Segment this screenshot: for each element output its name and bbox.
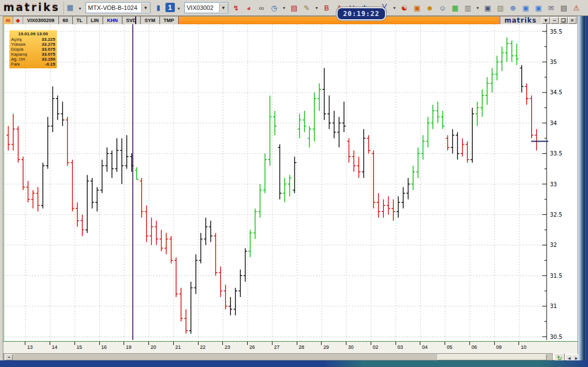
tools-icon[interactable]: ▣ — [411, 2, 423, 14]
save-dropdown-icon[interactable]: ▾ — [77, 3, 83, 14]
symbol-combobox-value: VIX03002 — [187, 4, 213, 11]
right-docked-bar[interactable] — [578, 16, 586, 360]
x-axis-label: 28 — [299, 344, 304, 350]
tab-khn[interactable]: KHN — [103, 17, 122, 24]
clock-time: 20:19:22 — [343, 10, 379, 18]
info-row: Düşük33.075 — [11, 47, 55, 52]
svg-text:31.5: 31.5 — [550, 273, 562, 279]
tab-tmp[interactable]: TMP — [160, 17, 179, 24]
x-axis-tick — [173, 342, 174, 345]
bold-icon[interactable]: B — [321, 2, 333, 14]
scrollbar-thumb[interactable] — [437, 354, 547, 360]
right-window-frame — [586, 16, 588, 367]
minimize-icon[interactable]: − — [550, 17, 559, 24]
save-icon[interactable]: ▦ — [65, 2, 76, 13]
x-axis-label: 06 — [472, 344, 477, 350]
x-axis-label: 22 — [200, 344, 206, 350]
mail-icon[interactable]: ✉ — [546, 2, 557, 14]
x-axis-tick — [346, 342, 346, 345]
restore-icon[interactable]: ❏ — [559, 17, 568, 24]
ohlc-chart[interactable]: 35.53534.53433.53332.53231.53130.5 — [4, 24, 578, 340]
info-row: Fark-0.15 — [11, 62, 55, 67]
person-icon[interactable]: ☺ — [437, 2, 448, 14]
image-icon[interactable]: ▧ — [495, 2, 506, 14]
globe-icon[interactable]: ⊕ — [507, 2, 519, 14]
tab-sym[interactable]: SYM — [141, 17, 160, 24]
window-blue2-icon[interactable]: ▣ — [533, 2, 544, 14]
people-icon[interactable]: ☻ — [424, 2, 436, 14]
info-row: Açılış33.225 — [11, 37, 55, 42]
x-axis-label: 19 — [126, 344, 131, 350]
info-row: Ağ. Ort33.159 — [11, 57, 55, 62]
chart-style-icon[interactable]: ▥ — [462, 2, 474, 14]
draw-tool-dropdown-icon[interactable]: ▾ — [314, 2, 320, 14]
clock-dropdown-icon[interactable]: ▾ — [281, 2, 287, 14]
pie-chart-icon[interactable]: ◕ — [243, 2, 255, 14]
x-axis-label: 27 — [274, 344, 280, 350]
database-icon[interactable]: ▤ — [288, 2, 300, 14]
x-axis-tick — [124, 342, 124, 345]
info-box-date: 19.01.09 13:00 — [11, 31, 55, 36]
template-combobox[interactable]: MTX-VOB-B-1024 ▼ — [85, 2, 151, 13]
svg-text:32: 32 — [550, 242, 557, 248]
clock-icon[interactable]: ◷ — [269, 2, 280, 14]
x-axis-tick — [321, 342, 322, 345]
svg-text:31: 31 — [550, 303, 557, 309]
draw-tool-icon[interactable]: ✎ — [301, 2, 313, 14]
main-toolbar: matriks ▦▾ MTX-VOB-B-1024 ▼ ▮1▾ VIX03002… — [0, 0, 588, 16]
symbol-combobox[interactable]: VIX03002 ▼ — [184, 2, 228, 13]
svg-text:33.5: 33.5 — [550, 150, 562, 156]
cascade-windows-icon[interactable]: ▣ — [482, 2, 494, 14]
tab-tl[interactable]: TL — [73, 17, 87, 24]
x-axis-tick — [272, 342, 272, 345]
x-axis-label: 13 — [27, 344, 33, 350]
tab-svd[interactable]: SVD — [122, 17, 141, 24]
tab-60[interactable]: 60 — [59, 17, 73, 24]
chart-type-icon[interactable]: ◆ — [13, 17, 23, 24]
clock-popup: 20:19:22 — [336, 7, 386, 20]
x-axis-label: 23 — [224, 344, 230, 350]
tab-lin[interactable]: LIN — [87, 17, 104, 24]
x-axis-tick — [420, 342, 420, 345]
window-blue-icon[interactable]: ▣ — [520, 2, 532, 14]
crosshair-line-top — [135, 17, 136, 24]
page-icon[interactable]: ▮ — [153, 2, 164, 13]
x-axis-label: 26 — [249, 344, 255, 350]
x-axis-label: 15 — [77, 344, 82, 350]
tab-vix0300209[interactable]: VIX0300209 — [23, 17, 59, 24]
x-axis-tick — [469, 342, 470, 345]
table-icon[interactable]: ▦ — [450, 2, 461, 14]
x-axis-tick — [395, 342, 396, 345]
svg-text:35.5: 35.5 — [550, 29, 562, 35]
svg-text:34.5: 34.5 — [550, 89, 562, 95]
application-window: matriks ▦▾ MTX-VOB-B-1024 ▼ ▮1▾ VIX03002… — [0, 0, 588, 367]
print-icon[interactable]: ▤ — [558, 2, 570, 14]
close-icon[interactable]: × — [568, 17, 576, 24]
info-row: Yüksek33.275 — [11, 42, 55, 47]
chevron-down-icon[interactable]: ▼ — [141, 3, 150, 12]
alarm-icon[interactable]: ⚠ — [571, 2, 582, 14]
swirl-icon[interactable]: ☯ — [399, 2, 410, 14]
layout-1-icon[interactable]: 1 — [165, 3, 175, 12]
x-axis-tick — [297, 342, 297, 345]
x-axis-tick — [494, 342, 495, 345]
svg-text:30.5: 30.5 — [550, 334, 562, 340]
x-axis-tick — [99, 342, 100, 345]
binoculars-icon[interactable]: ∞ — [256, 2, 268, 14]
window-menu-icon[interactable]: ▾ — [542, 17, 550, 24]
layout-1-dropdown-icon[interactable]: ▾ — [176, 3, 182, 14]
window-title: matriks — [500, 17, 542, 24]
line-chart-icon[interactable]: ↯ — [231, 2, 242, 14]
svg-text:34: 34 — [550, 120, 557, 126]
mini-matriks-icon[interactable]: m — [3, 17, 13, 24]
x-axis-label: 09 — [496, 344, 502, 350]
chevron-down-icon[interactable]: ▼ — [219, 3, 228, 12]
chart-plot[interactable]: 35.53534.53433.53332.53231.53130.5 19.01… — [3, 24, 578, 341]
scrollbar-left-button[interactable]: ◂ — [5, 354, 13, 360]
chart-style-dropdown-icon[interactable]: ▾ — [475, 2, 481, 14]
horizontal-scrollbar[interactable]: ◂ — [3, 353, 553, 360]
x-axis: 1314151619202122232627282930020304050609… — [3, 341, 578, 354]
split-window-dropdown-icon[interactable]: ▾ — [392, 2, 398, 14]
x-axis-label: 03 — [398, 344, 403, 350]
template-combobox-value: MTX-VOB-B-1024 — [88, 4, 137, 11]
